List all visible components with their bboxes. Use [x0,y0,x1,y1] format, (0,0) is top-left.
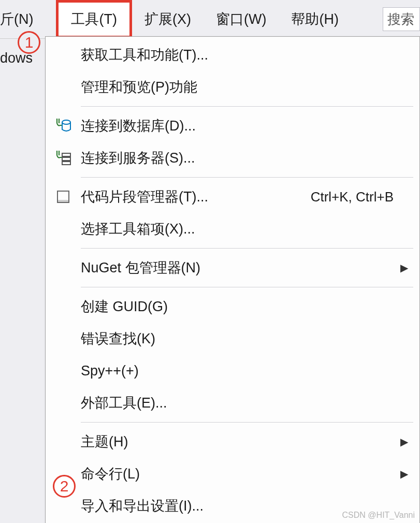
menu-label: 选择工具箱项(X)... [81,220,409,238]
menu-label: 命令行(L) [81,464,399,483]
tools-dropdown: 获取工具和功能(T)... 管理和预览(P)功能 连接到数据库(D)... 连接… [45,36,420,523]
menu-item-command-line[interactable]: 命令行(L) ▶ [46,458,419,490]
menu-item-theme[interactable]: 主题(H) ▶ [46,426,419,458]
menu-item-connect-server[interactable]: 连接到服务器(S)... [46,142,419,174]
menu-label-window: 窗口(W) [216,10,266,28]
menu-label-tools: 工具(T) [71,10,117,28]
menu-separator [81,248,413,249]
watermark: CSDN @HIT_Vanni [342,511,415,520]
menu-item-help[interactable]: 帮助(H) [279,0,351,38]
menubar: 斤(N) 工具(T) 扩展(X) 窗口(W) 帮助(H) [0,0,420,39]
menu-label-help: 帮助(H) [291,10,338,28]
menu-shortcut: Ctrl+K, Ctrl+B [311,189,409,205]
menu-item-get-tools[interactable]: 获取工具和功能(T)... [46,39,419,71]
annotation-2-circle: 2 [53,475,76,498]
annotation-1-label: 1 [25,34,34,51]
svg-rect-1 [62,153,70,156]
menu-item-connect-db[interactable]: 连接到数据库(D)... [46,110,419,142]
server-plug-icon [46,150,81,166]
menu-item-external-tools[interactable]: 外部工具(E)... [46,387,419,419]
menu-separator [81,422,413,423]
menu-label: 获取工具和功能(T)... [81,46,409,64]
svg-rect-2 [62,157,70,161]
menu-label: 错误查找(K) [81,329,409,348]
menu-item-manage-preview[interactable]: 管理和预览(P)功能 [46,71,419,103]
submenu-arrow-icon: ▶ [399,468,409,480]
submenu-arrow-icon: ▶ [399,262,409,274]
menu-item-tools[interactable]: 工具(T) [56,0,132,38]
menu-separator [81,287,413,287]
menu-item-create-guid[interactable]: 创建 GUID(G) [46,290,419,323]
menu-item-choose-toolbox[interactable]: 选择工具箱项(X)... [46,213,419,245]
menu-label: 外部工具(E)... [81,394,409,412]
menu-item-window[interactable]: 窗口(W) [204,0,279,38]
menu-item-spypp[interactable]: Spy++(+) [46,355,419,387]
menu-label: NuGet 包管理器(N) [81,258,399,277]
menu-label: 代码片段管理器(T)... [81,187,311,206]
database-plug-icon [46,118,81,134]
menu-label: 管理和预览(P)功能 [81,78,409,96]
menu-label: 主题(H) [81,432,399,451]
svg-rect-3 [62,162,70,165]
search-input[interactable] [383,7,420,31]
svg-point-0 [62,120,70,124]
menu-label: 连接到数据库(D)... [81,117,409,135]
annotation-1-circle: 1 [18,31,40,54]
menu-label: Spy++(+) [81,363,409,379]
code-snippet-icon [46,190,81,204]
menu-label: 连接到服务器(S)... [81,149,409,167]
left-panel: dows [0,39,45,523]
menu-item-error-lookup[interactable]: 错误查找(K) [46,323,419,355]
menu-item-extensions[interactable]: 扩展(X) [132,0,204,38]
menu-label-partial: 斤(N) [0,10,33,28]
menu-separator [81,177,413,178]
annotation-2-label: 2 [60,477,69,495]
menu-label-extensions: 扩展(X) [144,10,191,28]
menu-separator [81,106,413,107]
menu-label: 创建 GUID(G) [81,297,409,316]
submenu-arrow-icon: ▶ [399,435,409,448]
menu-item-code-snippets[interactable]: 代码片段管理器(T)... Ctrl+K, Ctrl+B [46,181,419,213]
menu-item-nuget[interactable]: NuGet 包管理器(N) ▶ [46,252,419,284]
